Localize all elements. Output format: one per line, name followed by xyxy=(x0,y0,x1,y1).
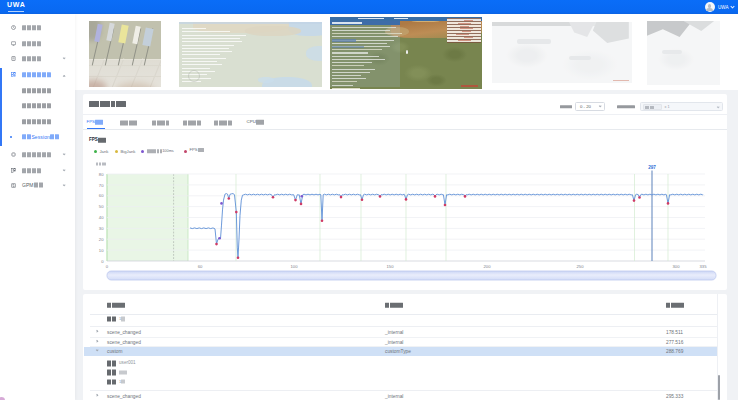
svg-text:200: 200 xyxy=(484,264,492,269)
svg-text:50: 50 xyxy=(99,204,104,209)
svg-text:335: 335 xyxy=(700,264,708,269)
svg-text:60: 60 xyxy=(198,264,203,269)
svg-text:80: 80 xyxy=(99,172,104,177)
svg-text:10: 10 xyxy=(99,248,104,253)
svg-text:20: 20 xyxy=(99,237,104,242)
svg-text:297: 297 xyxy=(648,165,656,170)
svg-text:300: 300 xyxy=(673,264,681,269)
svg-text:100: 100 xyxy=(291,264,299,269)
svg-text:70: 70 xyxy=(99,183,104,188)
svg-text:0: 0 xyxy=(106,264,109,269)
svg-text:0: 0 xyxy=(101,259,104,264)
svg-text:60: 60 xyxy=(99,193,104,198)
svg-text:30: 30 xyxy=(99,226,104,231)
svg-text:40: 40 xyxy=(99,215,104,220)
svg-text:150: 150 xyxy=(387,264,395,269)
svg-text:250: 250 xyxy=(577,264,585,269)
